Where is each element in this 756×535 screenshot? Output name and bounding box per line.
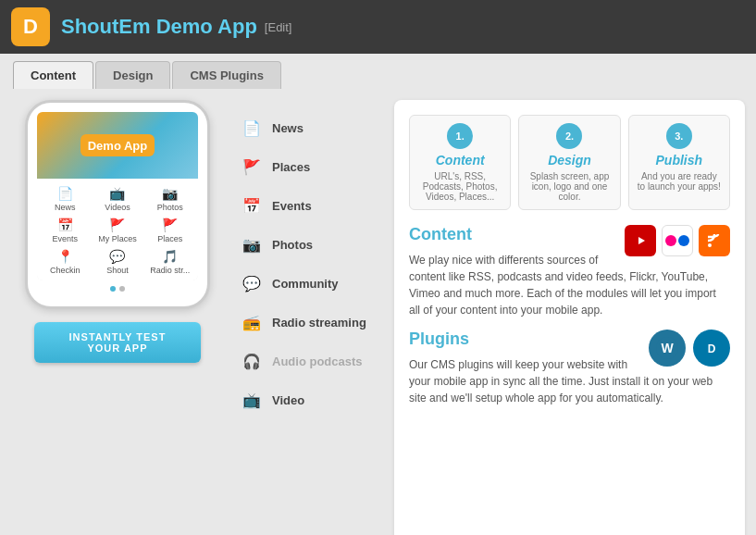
video-menu-label: Video: [272, 393, 304, 407]
tab-design[interactable]: Design: [95, 61, 170, 89]
plugins-description-block: W D Plugins Our CMS plugins will keep yo…: [409, 330, 730, 417]
phone-icon-news: 📄 News: [41, 184, 90, 212]
test-app-button[interactable]: INSTANTLY TEST YOUR APP: [34, 322, 201, 363]
radio-menu-icon: 📻: [241, 311, 263, 333]
phone-mockup: Demo App 📄 News 📺 Videos 📷 Photos: [25, 100, 210, 309]
menu-item-events[interactable]: 📅 Events: [235, 187, 383, 224]
step-2-bubble: 2.: [556, 123, 582, 149]
menu-item-audio[interactable]: 🎧 Audio podcasts: [235, 342, 383, 379]
menu-item-places[interactable]: 🚩 Places: [235, 148, 383, 185]
svg-text:D: D: [708, 342, 716, 355]
menu-item-radio[interactable]: 📻 Radio streaming: [235, 304, 383, 341]
logo-letter: D: [23, 15, 38, 39]
phone-section: Demo App 📄 News 📺 Videos 📷 Photos: [11, 100, 224, 535]
community-menu-icon: 💬: [241, 272, 263, 294]
menu-item-community[interactable]: 💬 Community: [235, 265, 383, 302]
places-menu-icon: 🚩: [241, 156, 263, 178]
menu-item-video[interactable]: 📺 Video: [235, 381, 383, 418]
plugin-badges: W D: [649, 330, 730, 367]
youtube-badge: [625, 225, 656, 256]
edit-link[interactable]: [Edit]: [265, 20, 292, 34]
step-3: 3. Publish And you are ready to launch y…: [628, 115, 730, 210]
radio-icon: 🎵: [159, 247, 181, 266]
svg-point-2: [665, 235, 676, 246]
step-1-desc: URL's, RSS, Podcasts, Photos, Videos, Pl…: [417, 171, 502, 202]
step-1-title: Content: [417, 153, 502, 168]
photos-menu-label: Photos: [272, 238, 313, 252]
phone-screen: Demo App 📄 News 📺 Videos 📷 Photos: [37, 112, 198, 280]
phone-icon-myplaces: 🚩 My Places: [93, 216, 143, 243]
photos-icon: 📷: [159, 184, 181, 203]
step-2: 2. Design Splash screen, app icon, logo …: [518, 115, 620, 210]
step-3-desc: And you are ready to launch your apps!: [637, 171, 722, 192]
phone-places-label: Places: [157, 234, 182, 243]
step-3-title: Publish: [637, 153, 722, 168]
photos-menu-icon: 📷: [241, 233, 263, 255]
radio-menu-label: Radio streaming: [272, 316, 366, 330]
myplaces-icon: 🚩: [106, 216, 129, 234]
main-content: Demo App 📄 News 📺 Videos 📷 Photos: [0, 89, 756, 535]
phone-icon-radio: 🎵 Radio str...: [145, 247, 194, 275]
steps-row: 1. Content URL's, RSS, Podcasts, Photos,…: [409, 115, 730, 210]
svg-point-4: [708, 243, 712, 247]
phone-icon-events: 📅 Events: [41, 216, 90, 243]
right-panel: 1. Content URL's, RSS, Podcasts, Photos,…: [394, 100, 745, 535]
phone-news-label: News: [55, 203, 76, 212]
dot-1: [110, 286, 116, 292]
menu-item-photos[interactable]: 📷 Photos: [235, 226, 383, 263]
menu-item-news[interactable]: 📄 News: [235, 109, 383, 146]
content-menu-list: 📄 News 🚩 Places 📅 Events 📷 Photos 💬 Comm…: [235, 100, 383, 535]
tab-cms-plugins[interactable]: CMS Plugins: [172, 61, 280, 89]
shout-icon: 💬: [106, 247, 129, 266]
checkin-icon: 📍: [54, 247, 76, 266]
phone-photos-label: Photos: [157, 203, 183, 212]
content-description-block: Content We play nice with differents sou…: [409, 225, 730, 330]
audio-menu-icon: 🎧: [241, 350, 263, 372]
phone-pagination: [37, 286, 198, 292]
phone-banner: Demo App: [37, 112, 198, 179]
videos-icon: 📺: [106, 184, 129, 203]
flickr-badge: [662, 225, 693, 256]
step-2-title: Design: [527, 153, 612, 168]
places-icon: 🚩: [159, 216, 181, 234]
app-title: ShoutEm Demo App: [61, 15, 257, 39]
phone-app-logo: Demo App: [81, 134, 155, 156]
phone-videos-label: Videos: [105, 203, 130, 212]
phone-icon-photos: 📷 Photos: [145, 184, 194, 212]
content-badges: [625, 225, 730, 256]
tabs-bar: Content Design CMS Plugins: [0, 54, 756, 89]
step-3-bubble: 3.: [666, 123, 692, 149]
events-menu-label: Events: [272, 199, 312, 213]
phone-shout-label: Shout: [106, 266, 129, 275]
phone-radio-label: Radio str...: [150, 266, 190, 275]
audio-menu-label: Audio podcasts: [272, 355, 363, 368]
events-menu-icon: 📅: [241, 194, 263, 217]
phone-myplaces-label: My Places: [98, 234, 137, 243]
news-icon: 📄: [54, 184, 76, 203]
community-menu-label: Community: [272, 277, 339, 291]
rss-badge: [699, 225, 730, 256]
phone-events-label: Events: [53, 234, 79, 243]
step-1: 1. Content URL's, RSS, Podcasts, Photos,…: [409, 115, 511, 210]
phone-app-name: Demo App: [88, 139, 148, 153]
header: D ShoutEm Demo App [Edit]: [0, 0, 756, 54]
dot-2: [119, 286, 125, 292]
svg-point-3: [678, 235, 689, 246]
tab-content[interactable]: Content: [13, 61, 93, 89]
phone-checkin-label: Checkin: [50, 266, 81, 275]
phone-icon-checkin: 📍 Checkin: [41, 247, 90, 275]
content-section-text: We play nice with differents sources of …: [409, 252, 730, 318]
news-menu-icon: 📄: [241, 117, 263, 139]
step-1-bubble: 1.: [447, 123, 473, 149]
wordpress-badge: W: [649, 330, 686, 367]
news-menu-label: News: [272, 121, 304, 135]
svg-text:W: W: [661, 341, 674, 355]
drupal-badge: D: [693, 330, 730, 367]
phone-icon-shout: 💬 Shout: [93, 247, 143, 275]
places-menu-label: Places: [272, 160, 310, 174]
phone-icons-grid: 📄 News 📺 Videos 📷 Photos 📅 Events: [37, 179, 198, 280]
events-icon: 📅: [54, 216, 76, 234]
step-2-desc: Splash screen, app icon, logo and one co…: [527, 171, 612, 202]
phone-icon-videos: 📺 Videos: [93, 184, 143, 212]
phone-icon-places: 🚩 Places: [145, 216, 194, 243]
